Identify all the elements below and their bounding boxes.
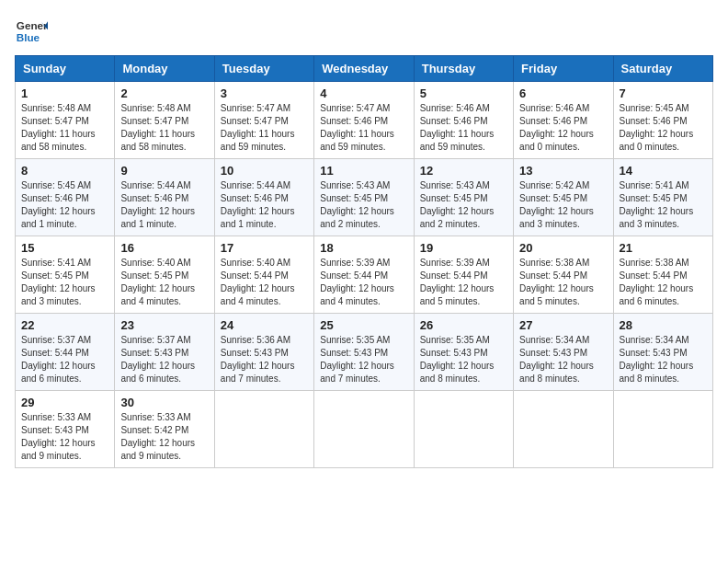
calendar-body: 1 Sunrise: 5:48 AM Sunset: 5:47 PM Dayli… [16, 82, 713, 468]
day-info: Sunrise: 5:48 AM Sunset: 5:47 PM Dayligh… [21, 102, 108, 154]
day-number: 5 [420, 86, 507, 100]
day-info: Sunrise: 5:39 AM Sunset: 5:44 PM Dayligh… [320, 257, 407, 308]
weekday-header-row: SundayMondayTuesdayWednesdayThursdayFrid… [16, 56, 713, 82]
weekday-monday: Monday [115, 56, 214, 82]
calendar-week-1: 1 Sunrise: 5:48 AM Sunset: 5:47 PM Dayli… [16, 82, 713, 159]
empty-cell [214, 391, 313, 468]
calendar-day-10: 10 Sunrise: 5:44 AM Sunset: 5:46 PM Dayl… [214, 159, 313, 236]
day-number: 27 [519, 318, 607, 332]
weekday-sunday: Sunday [16, 56, 115, 82]
day-number: 16 [120, 241, 208, 255]
page-header: General Blue [15, 15, 713, 48]
calendar-day-11: 11 Sunrise: 5:43 AM Sunset: 5:45 PM Dayl… [314, 159, 414, 236]
day-info: Sunrise: 5:39 AM Sunset: 5:44 PM Dayligh… [420, 257, 507, 308]
calendar-day-20: 20 Sunrise: 5:38 AM Sunset: 5:44 PM Dayl… [514, 236, 613, 314]
calendar-week-3: 15 Sunrise: 5:41 AM Sunset: 5:45 PM Dayl… [16, 236, 713, 314]
day-number: 12 [420, 164, 507, 178]
calendar-day-21: 21 Sunrise: 5:38 AM Sunset: 5:44 PM Dayl… [613, 236, 712, 314]
day-info: Sunrise: 5:42 AM Sunset: 5:45 PM Dayligh… [519, 179, 607, 231]
calendar-day-6: 6 Sunrise: 5:46 AM Sunset: 5:46 PM Dayli… [514, 82, 613, 159]
calendar-day-2: 2 Sunrise: 5:48 AM Sunset: 5:47 PM Dayli… [115, 82, 214, 159]
calendar-day-24: 24 Sunrise: 5:36 AM Sunset: 5:43 PM Dayl… [214, 314, 313, 391]
calendar-day-14: 14 Sunrise: 5:41 AM Sunset: 5:45 PM Dayl… [613, 159, 712, 236]
day-number: 9 [120, 164, 208, 178]
day-info: Sunrise: 5:35 AM Sunset: 5:43 PM Dayligh… [420, 334, 507, 385]
day-number: 2 [120, 86, 208, 100]
day-info: Sunrise: 5:45 AM Sunset: 5:46 PM Dayligh… [620, 102, 707, 154]
weekday-tuesday: Tuesday [214, 56, 313, 82]
calendar-day-26: 26 Sunrise: 5:35 AM Sunset: 5:43 PM Dayl… [414, 314, 513, 391]
calendar-week-4: 22 Sunrise: 5:37 AM Sunset: 5:44 PM Dayl… [16, 314, 713, 391]
day-number: 6 [519, 86, 607, 100]
empty-cell [514, 391, 613, 468]
day-info: Sunrise: 5:45 AM Sunset: 5:46 PM Dayligh… [21, 179, 108, 231]
calendar-day-16: 16 Sunrise: 5:40 AM Sunset: 5:45 PM Dayl… [115, 236, 214, 314]
weekday-wednesday: Wednesday [314, 56, 414, 82]
day-number: 3 [221, 86, 308, 100]
day-number: 4 [320, 86, 407, 100]
calendar-day-28: 28 Sunrise: 5:34 AM Sunset: 5:43 PM Dayl… [613, 314, 712, 391]
day-info: Sunrise: 5:47 AM Sunset: 5:47 PM Dayligh… [221, 102, 308, 154]
empty-cell [314, 391, 414, 468]
day-info: Sunrise: 5:35 AM Sunset: 5:43 PM Dayligh… [320, 334, 407, 385]
calendar-day-3: 3 Sunrise: 5:47 AM Sunset: 5:47 PM Dayli… [214, 82, 313, 159]
day-number: 1 [21, 86, 108, 100]
svg-text:General: General [17, 19, 48, 31]
day-info: Sunrise: 5:46 AM Sunset: 5:46 PM Dayligh… [519, 102, 607, 154]
day-info: Sunrise: 5:34 AM Sunset: 5:43 PM Dayligh… [620, 334, 707, 385]
day-number: 10 [221, 164, 308, 178]
calendar-week-5: 29 Sunrise: 5:33 AM Sunset: 5:43 PM Dayl… [16, 391, 713, 468]
day-info: Sunrise: 5:47 AM Sunset: 5:46 PM Dayligh… [320, 102, 407, 154]
calendar-day-18: 18 Sunrise: 5:39 AM Sunset: 5:44 PM Dayl… [314, 236, 414, 314]
calendar-day-15: 15 Sunrise: 5:41 AM Sunset: 5:45 PM Dayl… [16, 236, 115, 314]
day-number: 18 [320, 241, 407, 255]
day-info: Sunrise: 5:41 AM Sunset: 5:45 PM Dayligh… [620, 179, 707, 231]
day-info: Sunrise: 5:44 AM Sunset: 5:46 PM Dayligh… [120, 179, 208, 231]
empty-cell [414, 391, 513, 468]
day-info: Sunrise: 5:40 AM Sunset: 5:45 PM Dayligh… [120, 257, 208, 308]
day-info: Sunrise: 5:44 AM Sunset: 5:46 PM Dayligh… [221, 179, 308, 231]
day-number: 24 [221, 318, 308, 332]
day-number: 13 [519, 164, 607, 178]
calendar-day-7: 7 Sunrise: 5:45 AM Sunset: 5:46 PM Dayli… [613, 82, 712, 159]
day-info: Sunrise: 5:41 AM Sunset: 5:45 PM Dayligh… [21, 257, 108, 308]
weekday-saturday: Saturday [613, 56, 712, 82]
day-number: 11 [320, 164, 407, 178]
day-info: Sunrise: 5:38 AM Sunset: 5:44 PM Dayligh… [519, 257, 607, 308]
day-number: 29 [21, 396, 108, 409]
day-number: 21 [620, 241, 707, 255]
empty-cell [613, 391, 712, 468]
day-info: Sunrise: 5:37 AM Sunset: 5:43 PM Dayligh… [120, 334, 208, 385]
calendar-day-8: 8 Sunrise: 5:45 AM Sunset: 5:46 PM Dayli… [16, 159, 115, 236]
day-info: Sunrise: 5:33 AM Sunset: 5:42 PM Dayligh… [120, 411, 208, 463]
day-info: Sunrise: 5:37 AM Sunset: 5:44 PM Dayligh… [21, 334, 108, 385]
day-number: 25 [320, 318, 407, 332]
svg-text:Blue: Blue [17, 31, 40, 43]
calendar-day-29: 29 Sunrise: 5:33 AM Sunset: 5:43 PM Dayl… [16, 391, 115, 468]
day-number: 30 [120, 396, 208, 409]
calendar-day-1: 1 Sunrise: 5:48 AM Sunset: 5:47 PM Dayli… [16, 82, 115, 159]
day-number: 17 [221, 241, 308, 255]
day-info: Sunrise: 5:38 AM Sunset: 5:44 PM Dayligh… [620, 257, 707, 308]
day-number: 19 [420, 241, 507, 255]
calendar-day-23: 23 Sunrise: 5:37 AM Sunset: 5:43 PM Dayl… [115, 314, 214, 391]
day-info: Sunrise: 5:43 AM Sunset: 5:45 PM Dayligh… [320, 179, 407, 231]
day-info: Sunrise: 5:46 AM Sunset: 5:46 PM Dayligh… [420, 102, 507, 154]
calendar-day-25: 25 Sunrise: 5:35 AM Sunset: 5:43 PM Dayl… [314, 314, 414, 391]
calendar-day-17: 17 Sunrise: 5:40 AM Sunset: 5:44 PM Dayl… [214, 236, 313, 314]
day-number: 7 [620, 86, 707, 100]
calendar-day-5: 5 Sunrise: 5:46 AM Sunset: 5:46 PM Dayli… [414, 82, 513, 159]
weekday-thursday: Thursday [414, 56, 513, 82]
logo: General Blue [15, 15, 51, 48]
day-number: 23 [120, 318, 208, 332]
day-info: Sunrise: 5:34 AM Sunset: 5:43 PM Dayligh… [519, 334, 607, 385]
day-number: 28 [620, 318, 707, 332]
calendar-week-2: 8 Sunrise: 5:45 AM Sunset: 5:46 PM Dayli… [16, 159, 713, 236]
day-number: 20 [519, 241, 607, 255]
calendar-day-27: 27 Sunrise: 5:34 AM Sunset: 5:43 PM Dayl… [514, 314, 613, 391]
calendar-table: SundayMondayTuesdayWednesdayThursdayFrid… [15, 55, 713, 468]
calendar-day-4: 4 Sunrise: 5:47 AM Sunset: 5:46 PM Dayli… [314, 82, 414, 159]
calendar-day-22: 22 Sunrise: 5:37 AM Sunset: 5:44 PM Dayl… [16, 314, 115, 391]
day-info: Sunrise: 5:36 AM Sunset: 5:43 PM Dayligh… [221, 334, 308, 385]
day-info: Sunrise: 5:48 AM Sunset: 5:47 PM Dayligh… [120, 102, 208, 154]
